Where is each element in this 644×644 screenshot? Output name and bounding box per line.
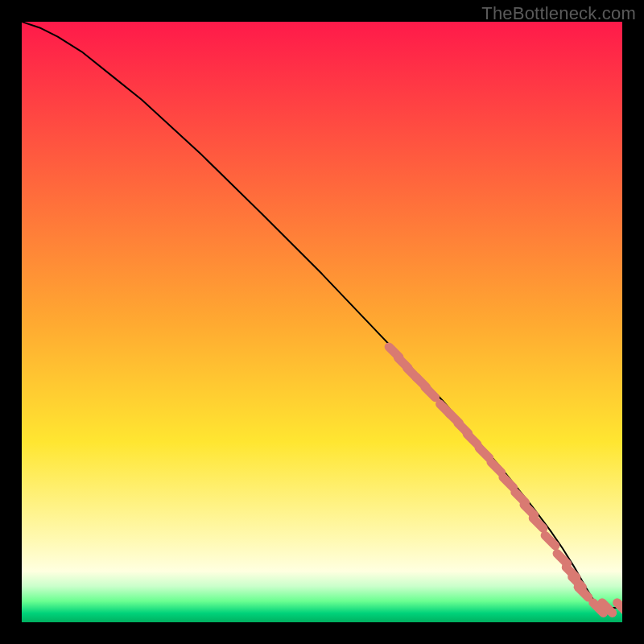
chart-svg: [22, 22, 622, 622]
chart-frame: TheBottleneck.com: [0, 0, 644, 644]
plot-area: [22, 22, 622, 622]
gradient-background: [22, 22, 622, 622]
watermark-text: TheBottleneck.com: [481, 3, 636, 24]
